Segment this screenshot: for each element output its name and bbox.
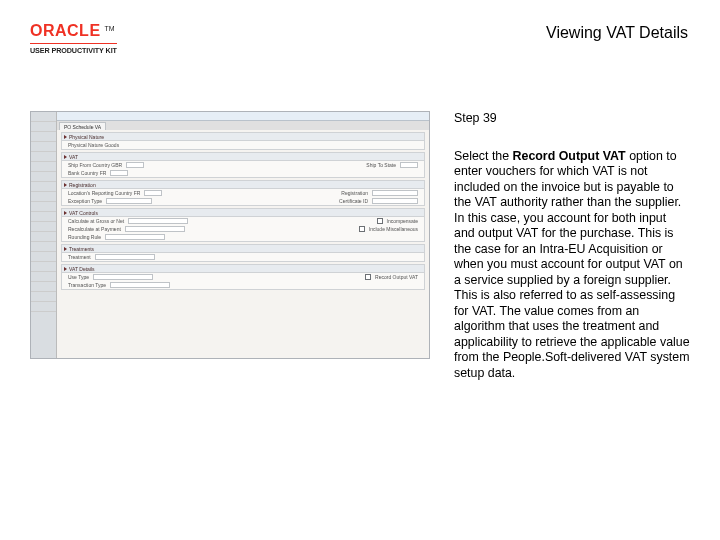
label-cert: Certificate ID [339, 198, 368, 204]
label-ship-to: Ship To State [366, 162, 396, 168]
section-physical: Physical Nature [69, 134, 104, 140]
trademark: TM [105, 25, 115, 32]
label-recalc: Recalculate at Payment [68, 226, 121, 232]
instruction-text-post: option to enter vouchers for which VAT i… [454, 149, 690, 380]
step-instructions: Select the Record Output VAT option to e… [454, 149, 690, 382]
label-include-misc: Include Miscellaneous [369, 226, 418, 232]
label-txn-type: Transaction Type [68, 282, 106, 288]
label-treatment: Treatment [68, 254, 91, 260]
label-round: Rounding Rule [68, 234, 101, 240]
oracle-logo: ORACLE [30, 22, 101, 40]
label-reg-country: Location's Reporting Country FR [68, 190, 140, 196]
label-record-output-vat: Record Output VAT [375, 274, 418, 280]
product-subtitle: USER PRODUCTIVITY KIT [30, 43, 117, 55]
section-registration: Registration [69, 182, 96, 188]
instruction-text-pre: Select the [454, 149, 513, 163]
brand-block: ORACLE TM USER PRODUCTIVITY KIT [30, 22, 117, 55]
section-details: VAT Details [69, 266, 95, 272]
label-bank: Bank Country FR [68, 170, 106, 176]
instruction-bold: Record Output VAT [513, 149, 626, 163]
tab-label: PO Schedule VA [59, 122, 106, 130]
section-controls: VAT Controls [69, 210, 98, 216]
section-treatments: Treatments [69, 246, 94, 252]
label-ship-from: Ship From Country GBR [68, 162, 122, 168]
section-vat: VAT [69, 154, 78, 160]
page-title: Viewing VAT Details [546, 24, 688, 42]
label-exception: Exception Type [68, 198, 102, 204]
label-use-type: Use Type [68, 274, 89, 280]
label-incompensate: Incompensate [387, 218, 418, 224]
screenshot-thumbnail: PO Schedule VA Physical Nature Physical … [30, 111, 430, 359]
label-physical: Physical Nature Goods [68, 142, 119, 148]
label-reg-no: Registration [341, 190, 368, 196]
step-number: Step 39 [454, 111, 690, 127]
label-calc: Calculate at Gross or Net [68, 218, 124, 224]
